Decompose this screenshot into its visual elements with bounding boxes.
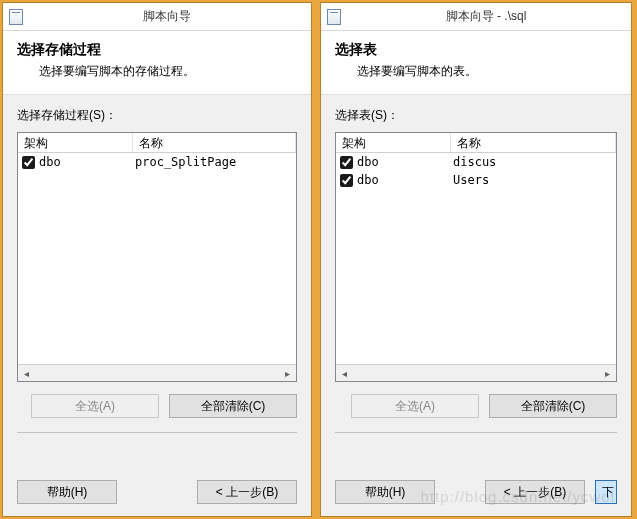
clear-all-button[interactable]: 全部清除(C) [489,394,617,418]
row-name: discus [451,155,616,169]
divider [335,432,617,433]
row-checkbox[interactable] [22,156,35,169]
page-subtitle: 选择要编写脚本的表。 [335,63,617,80]
col-name[interactable]: 名称 [133,133,296,152]
previous-button[interactable]: < 上一步(B) [485,480,585,504]
row-checkbox[interactable] [340,174,353,187]
help-button[interactable]: 帮助(H) [17,480,117,504]
list-label: 选择表(S)： [335,107,617,124]
list-body[interactable]: dbo proc_SplitPage [18,153,296,364]
table-row[interactable]: dbo proc_SplitPage [18,153,296,171]
row-name: proc_SplitPage [133,155,296,169]
table-row[interactable]: dbo discus [336,153,616,171]
table-row[interactable]: dbo Users [336,171,616,189]
scroll-left-icon[interactable]: ◂ [18,366,35,381]
procedure-list[interactable]: 架构 名称 dbo proc_SplitPage ◂ ▸ [17,132,297,382]
select-all-button[interactable]: 全选(A) [31,394,159,418]
col-schema[interactable]: 架构 [336,133,451,152]
list-body[interactable]: dbo discus dbo Users [336,153,616,364]
page-subtitle: 选择要编写脚本的存储过程。 [17,63,297,80]
page-title: 选择表 [335,41,617,59]
col-schema[interactable]: 架构 [18,133,133,152]
table-list[interactable]: 架构 名称 dbo discus dbo [335,132,617,382]
horizontal-scrollbar[interactable]: ◂ ▸ [336,364,616,381]
help-button[interactable]: 帮助(H) [335,480,435,504]
row-schema: dbo [357,155,379,169]
app-icon [327,9,341,25]
row-schema: dbo [357,173,379,187]
scroll-left-icon[interactable]: ◂ [336,366,353,381]
list-label: 选择存储过程(S)： [17,107,297,124]
row-name: Users [451,173,616,187]
titlebar[interactable]: 脚本向导 - .\sql [321,3,631,31]
clear-all-button[interactable]: 全部清除(C) [169,394,297,418]
row-schema: dbo [39,155,61,169]
previous-button[interactable]: < 上一步(B) [197,480,297,504]
app-icon [9,9,23,25]
page-title: 选择存储过程 [17,41,297,59]
horizontal-scrollbar[interactable]: ◂ ▸ [18,364,296,381]
col-name[interactable]: 名称 [451,133,616,152]
wizard-window-procedures: 脚本向导 选择存储过程 选择要编写脚本的存储过程。 选择存储过程(S)： 架构 … [2,2,312,517]
scroll-right-icon[interactable]: ▸ [599,366,616,381]
divider [17,432,297,433]
next-button[interactable]: 下 [595,480,617,504]
titlebar[interactable]: 脚本向导 [3,3,311,31]
row-checkbox[interactable] [340,156,353,169]
list-header: 架构 名称 [18,133,296,153]
wizard-header: 选择存储过程 选择要编写脚本的存储过程。 [3,31,311,95]
wizard-header: 选择表 选择要编写脚本的表。 [321,31,631,95]
list-header: 架构 名称 [336,133,616,153]
scroll-right-icon[interactable]: ▸ [279,366,296,381]
window-title: 脚本向导 - .\sql [347,8,625,25]
wizard-window-tables: 脚本向导 - .\sql 选择表 选择要编写脚本的表。 选择表(S)： 架构 名… [320,2,632,517]
window-title: 脚本向导 [29,8,305,25]
select-all-button[interactable]: 全选(A) [351,394,479,418]
